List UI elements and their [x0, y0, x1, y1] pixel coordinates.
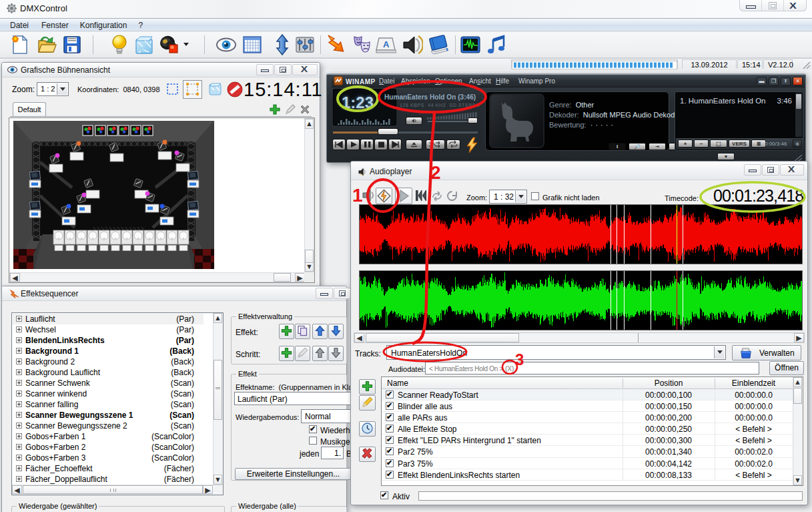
svg-text:A: A [383, 39, 390, 49]
